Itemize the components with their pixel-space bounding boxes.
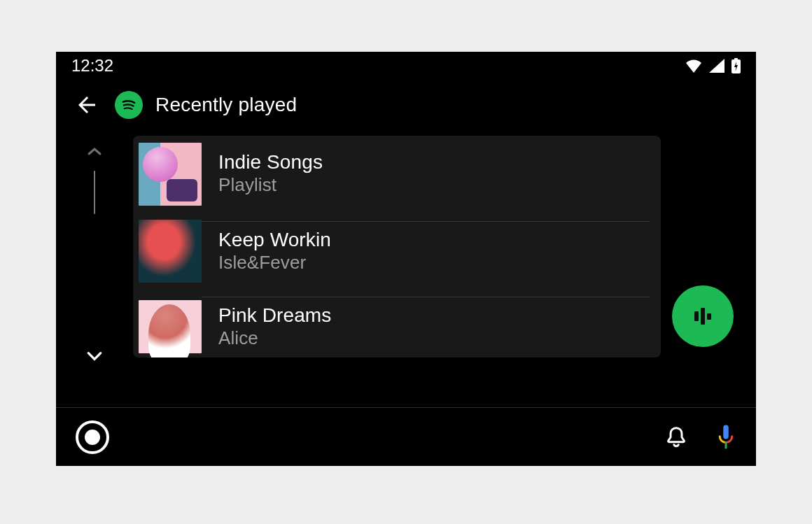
back-button[interactable]: [71, 90, 102, 120]
chevron-up-icon[interactable]: [86, 146, 103, 157]
svg-rect-2: [723, 425, 729, 439]
album-art: [139, 220, 202, 283]
album-art: [139, 300, 202, 353]
track-title: Indie Songs: [218, 151, 650, 174]
android-auto-screen: 12:32 Recently played: [56, 52, 756, 466]
spotify-icon: [115, 91, 143, 119]
equalizer-icon: [694, 311, 699, 321]
status-bar: 12:32: [56, 52, 756, 76]
chevron-down-icon[interactable]: [85, 350, 104, 362]
status-time: 12:32: [71, 56, 113, 76]
track-subtitle: Alice: [218, 327, 650, 350]
list-item[interactable]: Pink Dreams Alice: [133, 290, 661, 357]
content-body: Indie Songs Playlist Keep Workin Isle&Fe…: [56, 134, 756, 362]
album-art: [139, 143, 202, 206]
wifi-icon: [685, 59, 702, 73]
scroll-indicator[interactable]: [56, 134, 133, 362]
track-title: Keep Workin: [218, 229, 650, 251]
track-subtitle: Isle&Fever: [218, 251, 650, 275]
page-title: Recently played: [155, 94, 297, 116]
back-arrow-icon: [74, 92, 99, 118]
scroll-track: [94, 171, 95, 214]
status-icons: [685, 58, 741, 73]
list-item[interactable]: Indie Songs Playlist: [133, 136, 661, 213]
cell-signal-icon: [709, 59, 724, 73]
now-playing-fab[interactable]: [672, 285, 734, 347]
track-subtitle: Playlist: [218, 174, 650, 197]
list-item[interactable]: Keep Workin Isle&Fever: [133, 213, 661, 290]
header: Recently played: [56, 76, 756, 134]
svg-rect-1: [734, 58, 738, 60]
track-title: Pink Dreams: [218, 304, 650, 327]
spotify-glyph: [119, 95, 139, 115]
notifications-icon[interactable]: [665, 425, 687, 450]
bottom-bar: [56, 407, 756, 466]
battery-charging-icon: [732, 58, 741, 73]
google-mic-icon[interactable]: [715, 423, 736, 451]
recently-played-list: Indie Songs Playlist Keep Workin Isle&Fe…: [133, 136, 661, 357]
launcher-button[interactable]: [76, 420, 109, 454]
